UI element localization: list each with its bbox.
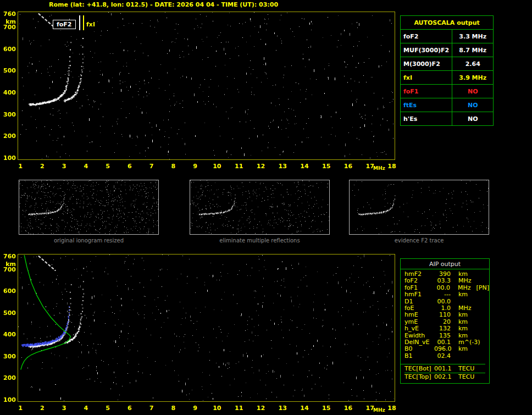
y-axis-unit-label: km [1,261,16,268]
table-row: h'Es NO [401,112,494,126]
param-label: B0 [404,346,434,352]
tec-separator-line [401,364,485,364]
y-tick-label: 200 [1,132,16,140]
aip-row: foF203.3MHz [404,278,489,284]
x-tick-label: 2 [37,163,48,170]
param-cell: foF2 [401,30,452,43]
param-cell: fxI [401,71,452,85]
x-axis-unit-label: MHz [372,165,387,171]
x-tick-label: 8 [168,405,179,412]
x-tick-label: 18 [386,405,397,412]
x-tick-label: 14 [299,405,310,412]
x-axis-unit-label: MHz [372,407,387,413]
thumbnail-multiple-reflections [190,180,330,235]
fxI-label: fxI [86,21,95,28]
x-tick-label: 13 [277,405,288,412]
y-tick-label: 300 [1,111,16,118]
param-cell: MUF(3000)F2 [401,43,452,57]
x-tick-label: 7 [146,405,157,412]
y-tick-label: 600 [1,46,16,53]
value-cell: NO [452,98,494,112]
aip-row: hmF1---km [404,291,489,298]
value-cell: 3.9 MHz [452,71,494,85]
y-tick-label: 500 [1,309,16,317]
aip-output-panel: AIP output hmF2390km foF203.3MHz foF100.… [400,258,490,384]
table-row: foF2 3.3 MHz [401,30,494,43]
y-tick-label: 200 [1,374,16,381]
foF2-label: foF2 [53,20,76,29]
param-value: 110 [434,312,451,318]
param-value: 002.1 [434,374,451,380]
param-unit: km [451,325,468,332]
param-cell: ftEs [401,98,452,112]
param-value: 132 [434,325,451,332]
x-tick-label: 5 [102,163,113,170]
table-row: fxI 3.9 MHz [401,71,494,85]
x-tick-label: 1 [15,405,26,412]
y-tick-label: 600 [1,287,16,295]
param-label: hmE [404,312,434,318]
x-tick-label: 13 [277,163,288,170]
param-cell: M(3000)F2 [401,57,452,71]
param-cell: foF1 [401,85,452,98]
param-unit: km [451,291,468,298]
param-cell: h'Es [401,112,452,126]
bottom-ionogram-plot [18,254,395,402]
param-value: 096.0 [434,346,451,352]
aip-row: hmE110km [404,312,489,318]
x-tick-label: 16 [342,163,353,170]
value-cell: 3.3 MHz [452,30,494,43]
value-cell: NO [452,85,494,98]
y-tick-label: 760 [1,253,16,260]
y-tick-label: 100 [1,154,16,162]
thumbnail-caption: evidence F2 trace [349,237,489,244]
x-tick-label: 11 [234,163,245,170]
value-cell: 8.7 MHz [452,43,494,57]
param-extra: [PN] [471,285,489,291]
thumbnail-caption: eliminate multiple reflections [190,237,330,244]
bottom-ionogram-canvas [18,254,395,401]
foF2-marker-line [79,15,80,30]
y-tick-label: 500 [1,67,16,74]
param-unit [451,298,458,305]
x-tick-label: 7 [146,163,157,170]
aip-rows: hmF2390km foF203.3MHz foF100.0MHz[PN] hm… [401,269,489,359]
x-tick-label: 10 [212,405,223,412]
thumbnail-canvas [190,180,329,234]
param-label: foF2 [404,278,434,284]
x-tick-label: 4 [80,163,91,170]
param-label: hmF1 [404,291,434,298]
param-unit: TECU [451,366,474,372]
x-tick-label: 8 [168,163,179,170]
thumbnail-original-ionogram [19,180,159,235]
param-unit: km [451,346,468,352]
x-tick-label: 2 [37,405,48,412]
aip-row: B102.4 [404,353,489,359]
x-tick-label: 12 [255,163,266,170]
value-cell: 2.64 [452,57,494,71]
x-tick-label: 18 [386,163,397,170]
y-tick-label: 400 [1,89,16,96]
param-unit: MHz [451,278,472,284]
tec-rows: TEC[Bot]001.1TECU TEC[Top]002.1TECU [401,366,489,381]
table-row: M(3000)F2 2.64 [401,57,494,71]
tec-row: TEC[Top]002.1TECU [404,374,489,380]
param-unit: TECU [451,374,474,380]
param-label: B1 [404,353,434,359]
x-tick-label: 9 [190,163,201,170]
page-title: Rome (lat: +41.8, lon: 012.5) - DATE: 20… [49,1,278,8]
x-tick-label: 9 [190,405,201,412]
x-tick-label: 10 [212,163,223,170]
x-tick-label: 3 [59,405,70,412]
param-unit: km [451,312,468,318]
param-label: h_vE [404,325,434,332]
autoscala-table-title: AUTOSCALA output [401,16,494,30]
y-tick-label: 400 [1,331,16,338]
fxI-marker-line [83,15,84,30]
x-tick-label: 4 [80,405,91,412]
param-value: 001.1 [434,366,451,372]
table-header-row: AUTOSCALA output [401,16,494,30]
param-value: --- [434,291,451,298]
param-value: 03.3 [434,278,451,284]
y-tick-label: 760 [1,10,16,18]
